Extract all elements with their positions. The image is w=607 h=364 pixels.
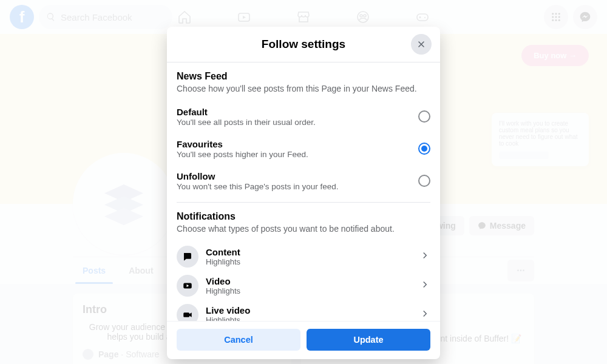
- content-icon: [177, 246, 198, 268]
- option-title: Default: [177, 107, 418, 117]
- option-desc: You won't see this Page's posts in your …: [177, 182, 418, 191]
- modal-title: Follow settings: [167, 38, 440, 51]
- notif-sub: Highlights: [206, 315, 412, 321]
- radio-icon[interactable]: [418, 143, 430, 155]
- section-divider: [177, 202, 430, 203]
- close-icon: [416, 39, 426, 49]
- chevron-right-icon: [419, 250, 430, 263]
- notif-sub: Highlights: [206, 257, 412, 266]
- notif-title: Video: [206, 276, 412, 286]
- modal-header: Follow settings: [167, 27, 440, 62]
- notifications-heading: Notifications: [177, 211, 430, 222]
- svg-rect-22: [183, 312, 189, 317]
- radio-icon[interactable]: [418, 110, 430, 123]
- notif-title: Content: [206, 247, 412, 257]
- modal-overlay[interactable]: Follow settings News Feed Choose how you…: [0, 0, 607, 364]
- modal-footer: Cancel Update: [167, 321, 440, 359]
- chevron-right-icon: [419, 308, 430, 321]
- newsfeed-option-favourites[interactable]: Favourites You'll see posts higher in yo…: [177, 134, 430, 166]
- notifications-desc: Choose what types of posts you want to b…: [177, 223, 430, 235]
- follow-settings-modal: Follow settings News Feed Choose how you…: [167, 27, 440, 359]
- radio-icon[interactable]: [418, 175, 430, 187]
- newsfeed-option-default[interactable]: Default You'll see all posts in their us…: [177, 102, 430, 134]
- notif-row-live-video[interactable]: Live video Highlights: [177, 300, 430, 321]
- newsfeed-desc: Choose how you'll see posts from this Pa…: [177, 83, 430, 95]
- cancel-button[interactable]: Cancel: [177, 329, 300, 351]
- option-title: Unfollow: [177, 171, 418, 181]
- option-desc: You'll see all posts in their usual orde…: [177, 118, 418, 127]
- notif-title: Live video: [206, 305, 412, 315]
- chevron-right-icon: [419, 279, 430, 292]
- notif-row-video[interactable]: Video Highlights: [177, 271, 430, 300]
- newsfeed-option-unfollow[interactable]: Unfollow You won't see this Page's posts…: [177, 166, 430, 198]
- option-title: Favourites: [177, 139, 418, 149]
- newsfeed-heading: News Feed: [177, 71, 430, 82]
- live-video-icon: [177, 304, 198, 321]
- option-desc: You'll see posts higher in your Feed.: [177, 150, 418, 159]
- notif-row-content[interactable]: Content Highlights: [177, 242, 430, 271]
- close-button[interactable]: [411, 34, 432, 55]
- update-button[interactable]: Update: [307, 329, 430, 351]
- video-icon: [177, 275, 198, 297]
- notif-sub: Highlights: [206, 286, 412, 295]
